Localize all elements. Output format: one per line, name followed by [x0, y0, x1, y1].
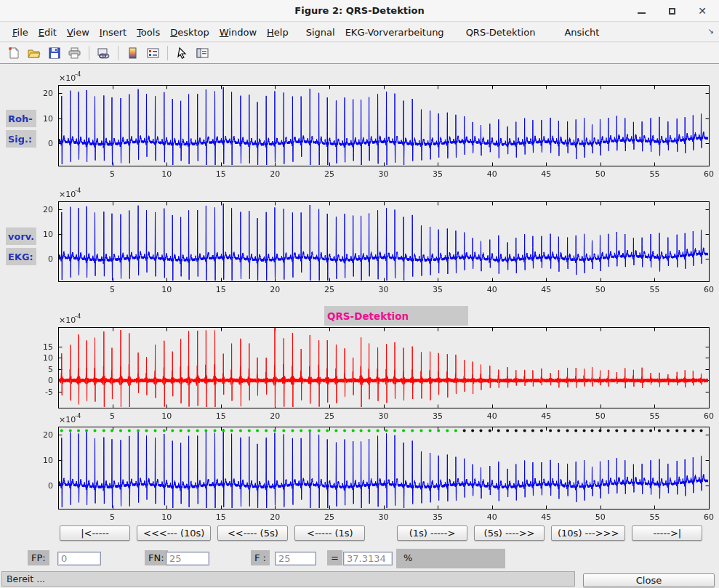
toolbar-separator: [118, 46, 119, 60]
forward-10s-button[interactable]: (10s) --->>>: [551, 525, 625, 541]
close-icon[interactable]: ✕: [697, 6, 707, 16]
equals-label: =: [327, 550, 342, 565]
back-5s-button[interactable]: <<---- (5s): [217, 525, 288, 541]
menu-view[interactable]: View: [62, 24, 95, 41]
plots-canvas: [0, 65, 719, 520]
maximize-icon[interactable]: [667, 6, 677, 16]
print-figure-icon[interactable]: [65, 45, 84, 62]
plot-tools-icon[interactable]: [193, 45, 212, 62]
nav-forward-group: (1s) -----> (5s) ---->> (10s) --->>> ---…: [397, 525, 702, 541]
nav-back-group: |<----- <<<--- (10s) <<---- (5s) <----- …: [60, 525, 365, 541]
metrics-row: FP: FN: F : = %: [0, 549, 719, 571]
forward-1s-button[interactable]: (1s) ----->: [397, 525, 467, 541]
fp-label: FP:: [28, 550, 49, 565]
title-bar: Figure 2: QRS-Detektion ✕: [0, 0, 719, 22]
preprocessed-label-line2: EKG:: [6, 248, 36, 265]
f-label: F :: [251, 550, 270, 565]
menu-signal[interactable]: Signal: [301, 24, 340, 41]
menu-window[interactable]: Window: [214, 24, 262, 41]
minimize-icon[interactable]: [636, 6, 646, 16]
back-10s-button[interactable]: <<<--- (10s): [137, 525, 211, 541]
toolbar-separator: [167, 46, 168, 60]
qrs-detection-title: QRS-Detektion: [324, 306, 468, 326]
percent-label: %: [400, 550, 416, 565]
navigation-row: |<----- <<<--- (10s) <<---- (5s) <----- …: [0, 525, 719, 543]
save-figure-icon[interactable]: [45, 45, 63, 62]
status-text: Bereit ...: [1, 571, 575, 587]
fn-label: FN:: [145, 550, 168, 565]
menu-insert[interactable]: Insert: [95, 24, 132, 41]
insert-colorbar-icon[interactable]: [124, 45, 142, 62]
menu-file[interactable]: File: [7, 24, 33, 41]
raw-signal-label-line1: Roh-: [6, 110, 36, 127]
edit-plot-icon[interactable]: [173, 45, 191, 62]
jump-start-button[interactable]: |<-----: [60, 525, 130, 541]
close-button[interactable]: Close: [583, 573, 715, 587]
menu-help[interactable]: Help: [262, 24, 294, 41]
status-bar: Bereit ... Close: [0, 571, 719, 588]
link-plot-icon[interactable]: [95, 45, 113, 62]
preprocessed-label-line1: vorv.: [6, 227, 36, 245]
open-file-icon[interactable]: [25, 45, 43, 62]
fn-field[interactable]: [166, 552, 209, 565]
fp-field[interactable]: [57, 552, 101, 565]
f-field[interactable]: [275, 552, 316, 565]
tool-bar: [0, 43, 719, 64]
menu-ansicht[interactable]: Ansicht: [559, 24, 604, 41]
toolbar-separator: [89, 46, 89, 60]
insert-legend-icon[interactable]: [144, 45, 162, 62]
menu-edit[interactable]: Edit: [33, 24, 62, 41]
result-field[interactable]: [343, 552, 393, 565]
menu-tools[interactable]: Tools: [132, 24, 165, 41]
new-figure-icon[interactable]: [4, 45, 23, 62]
jump-end-button[interactable]: ----->|: [632, 525, 702, 541]
figure-plot-area: Roh- Sig.: vorv. EKG: QRS-Detektion: [0, 65, 719, 520]
back-1s-button[interactable]: <----- (1s): [294, 525, 365, 541]
forward-5s-button[interactable]: (5s) ---->>: [474, 525, 545, 541]
menu-bar: File Edit View Insert Tools Desktop Wind…: [0, 23, 719, 42]
window-controls: ✕: [636, 0, 707, 22]
menu-desktop[interactable]: Desktop: [165, 24, 214, 41]
menu-ekg-vorverarbeitung[interactable]: EKG-Vorverarbeitung: [340, 24, 449, 41]
raw-signal-label-line2: Sig.:: [6, 130, 36, 148]
menu-overflow-icon[interactable]: ↘: [708, 27, 714, 35]
figure-window: Figure 2: QRS-Detektion ✕ File Edit View…: [0, 0, 719, 588]
window-title: Figure 2: QRS-Detektion: [0, 0, 719, 22]
menu-qrs-detektion[interactable]: QRS-Detektion: [461, 24, 541, 41]
